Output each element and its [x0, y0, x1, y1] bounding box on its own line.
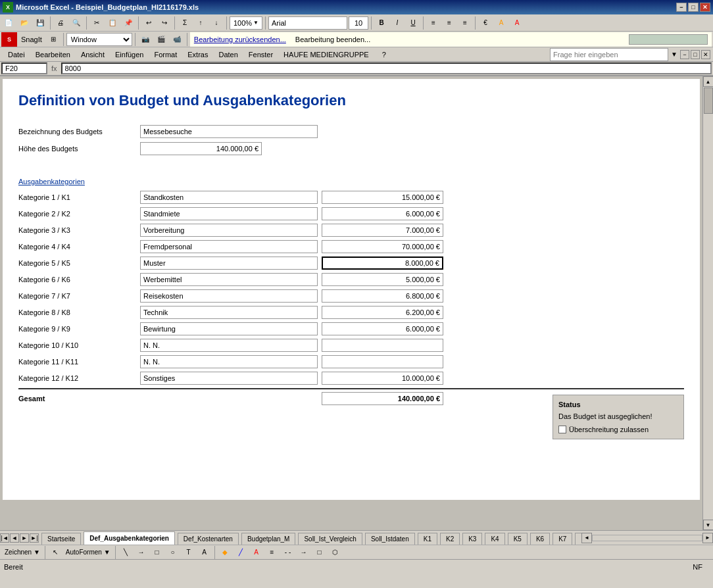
menu-format[interactable]: Format [149, 47, 182, 62]
sheet-tab[interactable]: K2 [440, 533, 460, 545]
zoom-arrow[interactable]: ▼ [253, 20, 258, 26]
draw-wordart[interactable]: A [197, 545, 212, 560]
category-value-input[interactable]: 8.000,00 € [322, 257, 443, 270]
bezeichnung-input[interactable]: Messebesuche [140, 125, 318, 138]
hscroll-track[interactable] [592, 535, 702, 541]
sort-asc-button[interactable]: ↑ [193, 16, 208, 30]
sheet-tab[interactable]: K6 [530, 533, 550, 545]
draw-rect[interactable]: □ [150, 545, 164, 560]
scroll-thumb[interactable] [704, 87, 713, 114]
align-center-button[interactable]: ≡ [442, 16, 456, 30]
category-name-input[interactable]: Standkosten [140, 191, 318, 204]
sheet-tab[interactable]: K8 [575, 533, 581, 545]
search-input[interactable] [550, 48, 668, 61]
close-button[interactable]: ✕ [700, 3, 710, 12]
category-value-input[interactable]: 5.000,00 € [322, 273, 443, 286]
tab-prev-button[interactable]: ◄ [10, 533, 19, 543]
menu-einfuegen[interactable]: Einfügen [110, 47, 149, 62]
category-value-input[interactable]: 6.800,00 € [322, 289, 443, 303]
sort-desc-button[interactable]: ↓ [209, 16, 224, 30]
draw-line[interactable]: ╲ [118, 545, 133, 560]
category-value-input[interactable] [322, 339, 443, 352]
window-combo[interactable]: Window [66, 33, 132, 46]
hscroll-right-button[interactable]: ► [702, 533, 713, 543]
search-close[interactable]: ✕ [701, 50, 710, 59]
autoformen-btn[interactable]: AutoFormen ▼ [64, 545, 112, 560]
draw-ellipse[interactable]: ○ [166, 545, 180, 560]
draw-arrow-style[interactable]: → [297, 545, 311, 560]
draw-line-style[interactable]: ≡ [265, 545, 280, 560]
fill-color-button[interactable]: A [494, 16, 508, 30]
undo-button[interactable]: ↩ [141, 16, 156, 30]
cut-button[interactable]: ✂ [89, 16, 104, 30]
italic-button[interactable]: I [390, 16, 405, 30]
category-value-input[interactable]: 10.000,00 € [322, 372, 443, 385]
align-left-button[interactable]: ≡ [426, 16, 441, 30]
paste-button[interactable]: 📌 [121, 16, 135, 30]
draw-3d[interactable]: ⬡ [328, 545, 343, 560]
snagit-btn3[interactable]: 📹 [170, 32, 184, 47]
category-name-input[interactable]: Muster [140, 257, 318, 270]
sheet-tab[interactable]: K5 [508, 533, 528, 545]
category-name-input[interactable]: Sonstiges [140, 372, 318, 385]
snagit-btn1[interactable]: 📷 [138, 32, 153, 47]
category-name-input[interactable]: N. N. [140, 339, 318, 352]
sheet-tab[interactable]: Startseite [41, 533, 81, 545]
search-restore[interactable]: □ [691, 50, 700, 59]
draw-arrow[interactable]: → [134, 545, 149, 560]
sheet-tab[interactable]: K3 [462, 533, 482, 545]
search-minimize[interactable]: − [680, 50, 689, 59]
font-color-button[interactable]: A [510, 16, 524, 30]
sheet-tab[interactable]: Def_Ausgabenkategorien [84, 531, 175, 545]
new-button[interactable]: 📄 [1, 16, 16, 30]
menu-fenster[interactable]: Fenster [243, 47, 278, 62]
hscroll-left-button[interactable]: ◄ [581, 533, 592, 543]
scroll-down-button[interactable]: ▼ [703, 520, 714, 530]
menu-daten[interactable]: Daten [213, 47, 243, 62]
cell-reference[interactable]: F20 [1, 62, 47, 74]
align-right-button[interactable]: ≡ [458, 16, 472, 30]
category-name-input[interactable]: Vorbereitung [140, 224, 318, 237]
category-value-input[interactable]: 7.000,00 € [322, 224, 443, 237]
category-name-input[interactable]: Fremdpersonal [140, 240, 318, 253]
draw-textbox[interactable]: T [182, 545, 196, 560]
category-name-input[interactable]: Technik [140, 306, 318, 319]
draw-fill[interactable]: ◆ [218, 545, 232, 560]
draw-dash[interactable]: - - [281, 545, 295, 560]
scroll-up-button[interactable]: ▲ [703, 76, 714, 87]
formula-input[interactable]: 8000 [61, 62, 712, 74]
autosum-button[interactable]: Σ [178, 16, 192, 30]
currency-button[interactable]: € [478, 16, 493, 30]
tab-last-button[interactable]: ►| [30, 533, 39, 543]
redo-button[interactable]: ↪ [157, 16, 172, 30]
hoehe-input[interactable]: 140.000,00 € [140, 142, 262, 155]
snagit-btn2[interactable]: 🎬 [154, 32, 168, 47]
menu-extras[interactable]: Extras [182, 47, 213, 62]
maximize-button[interactable]: □ [688, 3, 699, 12]
sheet-tab[interactable]: K4 [485, 533, 504, 545]
sheet-tab[interactable]: Budgetplan_M [241, 533, 296, 545]
draw-btn2[interactable]: ↖ [48, 545, 62, 560]
category-value-input[interactable]: 6.200,00 € [322, 306, 443, 319]
open-button[interactable]: 📂 [17, 16, 32, 30]
scroll-track[interactable] [704, 87, 713, 519]
save-button[interactable]: 💾 [33, 16, 47, 30]
bold-button[interactable]: B [374, 16, 389, 30]
search-arrow[interactable]: ▼ [671, 51, 677, 58]
menu-help[interactable]: ? [377, 47, 391, 62]
category-name-input[interactable]: Reisekosten [140, 289, 318, 303]
draw-shadow[interactable]: □ [312, 545, 327, 560]
draw-font-color2[interactable]: A [249, 545, 264, 560]
sheet-tab[interactable]: K7 [553, 533, 572, 545]
category-value-input[interactable] [322, 355, 443, 368]
sheet-tab[interactable]: K1 [418, 533, 437, 545]
draw-line-color[interactable]: ╱ [234, 545, 248, 560]
checkbox-ueberschreitung[interactable] [558, 426, 566, 433]
snagit-icon[interactable]: S [1, 32, 17, 47]
snagit-extra[interactable]: ⊞ [46, 32, 61, 47]
sheet-tab[interactable]: Def_Kostenarten [178, 533, 239, 545]
font-size-box[interactable]: 10 [349, 16, 368, 30]
preview-button[interactable]: 🔍 [69, 16, 84, 30]
category-value-input[interactable]: 15.000,00 € [322, 191, 443, 204]
font-name-box[interactable]: Arial [268, 16, 347, 30]
